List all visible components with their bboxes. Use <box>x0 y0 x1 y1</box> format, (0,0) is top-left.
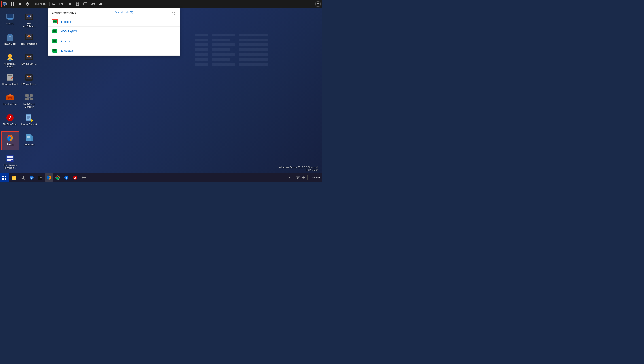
os-version-label: Windows Server 2012 R2 Standard <box>279 166 318 168</box>
svg-rect-14 <box>239 34 268 36</box>
toolbar-separator-2 <box>50 2 50 6</box>
vm-name-iis-ugstack[interactable]: iis-ugstack <box>60 49 74 52</box>
svg-rect-30 <box>54 3 54 4</box>
desktop-icon-names-csv[interactable]: names.csv <box>20 131 38 150</box>
svg-rect-91 <box>30 98 33 100</box>
vm-item-iis-ugstack[interactable]: iis-ugstack <box>48 46 180 56</box>
desktop-icon-ibm-infosphere-4[interactable]: IBM InfoSpher... <box>20 71 38 90</box>
vm-switcher-button[interactable] <box>1 1 8 7</box>
taskbar-notify-arrow[interactable]: ▲ <box>287 175 292 180</box>
taskbar-time-display[interactable]: 10:44 AM <box>310 176 320 179</box>
hosts-shortcut-label: hosts - Shortcut <box>21 123 37 126</box>
svg-rect-71 <box>9 59 11 61</box>
help-button[interactable]: ? <box>315 1 321 7</box>
firefox-label: Firefox <box>7 143 14 146</box>
ibm-infosphere-1-icon <box>24 13 34 22</box>
desktop-icons-container: This PC IBM InfoSphere... <box>0 8 45 152</box>
svg-rect-122 <box>2 178 4 179</box>
keyboard-button[interactable] <box>51 1 58 7</box>
svg-point-70 <box>8 54 12 58</box>
svg-rect-3 <box>194 48 208 51</box>
vm-name-iis-client[interactable]: iis-client <box>60 20 71 24</box>
vm-name-iis-server[interactable]: iis-server <box>60 39 72 43</box>
desktop-icon-hosts-shortcut[interactable]: hosts - Shortcut <box>20 111 38 130</box>
vm-item-iis-client[interactable]: iis-client <box>48 17 180 27</box>
stop-button[interactable] <box>16 1 24 7</box>
desktop-icon-filezilla-client[interactable]: Z FileZilla Client <box>1 111 19 130</box>
taskbar-icon-chrome[interactable] <box>54 173 62 181</box>
desktop-icon-multi-client-manager[interactable]: Multi-Client Manager <box>20 91 38 110</box>
vm-panel-close-button[interactable]: ✕ <box>172 11 176 15</box>
svg-rect-6 <box>194 63 208 66</box>
taskbar-start-button[interactable] <box>0 173 9 182</box>
desktop-icon-ibm-infosphere-3[interactable]: IBM InfoSpher... <box>20 51 38 70</box>
svg-rect-1 <box>194 39 208 41</box>
filezilla-client-icon: Z <box>6 113 14 122</box>
svg-rect-57 <box>7 14 13 18</box>
desktop-icon-row-6: Z FileZilla Client hosts - Shortcut <box>1 111 44 130</box>
svg-text:e: e <box>31 176 32 179</box>
taskbar-icon-ie[interactable]: e <box>28 173 36 181</box>
desktop-icon-designer-client[interactable]: Designer Client <box>1 71 19 90</box>
taskbar-icon-filezilla[interactable]: Z <box>71 173 79 181</box>
desktop-icon-ibm-glossary[interactable]: IBM Glossary Anywhere ... <box>1 152 19 171</box>
vm-icon-green-inner-server <box>52 39 57 43</box>
tools-button[interactable] <box>66 1 74 7</box>
svg-rect-87 <box>9 98 11 99</box>
svg-rect-13 <box>212 63 235 66</box>
svg-rect-35 <box>77 2 78 3</box>
desktop-icon-firefox[interactable]: Firefox <box>1 131 19 150</box>
display-button[interactable] <box>82 1 89 7</box>
names-csv-label: names.csv <box>24 143 34 146</box>
vm-item-hdp-bigsql[interactable]: HDP-BigSQL <box>48 27 180 36</box>
svg-rect-17 <box>239 48 268 51</box>
taskbar-icon-search[interactable] <box>19 173 27 181</box>
desktop-icon-ibm-infosphere-2[interactable]: IBM InfoSphere ... <box>20 31 38 50</box>
vm-icon-inner <box>53 20 57 23</box>
taskbar-icon-cmd[interactable]: C:\ <box>36 173 44 181</box>
svg-rect-32 <box>53 4 55 5</box>
taskbar-time: 10:44 AM <box>310 176 320 179</box>
clipboard-button[interactable] <box>74 1 81 7</box>
taskbar-icon-files[interactable] <box>10 173 18 181</box>
desktop-icon-director-client[interactable]: Director Client <box>1 91 19 110</box>
svg-rect-45 <box>100 3 100 5</box>
ibm-infosphere-4-label: IBM InfoSpher... <box>21 83 37 86</box>
taskbar-icon-ie2[interactable]: e <box>62 173 70 181</box>
power-button[interactable] <box>24 1 31 7</box>
vm-view-all-link[interactable]: View all VMs (4) <box>114 11 133 14</box>
svg-rect-28 <box>52 3 56 5</box>
vm-item-iis-server[interactable]: iis-server <box>48 36 180 46</box>
desktop-icon-administrator-client[interactable]: Administra... Client <box>1 51 19 70</box>
svg-rect-4 <box>194 53 208 56</box>
top-toolbar: Ctrl-Alt-Del EN <box>0 0 322 8</box>
taskbar-right: ▲ 10:44 AM <box>285 175 322 180</box>
vm-name-hdp-bigsql[interactable]: HDP-BigSQL <box>60 30 78 33</box>
stats-button[interactable] <box>97 1 104 7</box>
desktop-icon-recycle-bin[interactable]: Recycle Bin <box>1 31 19 50</box>
taskbar-network-icon[interactable] <box>296 175 300 180</box>
glossary-icon-container: IBM Glossary Anywhere ... <box>1 152 19 171</box>
svg-rect-59 <box>8 20 12 20</box>
ctrl-alt-del-button[interactable]: Ctrl-Alt-Del <box>34 1 48 7</box>
desktop-icon-ibm-infosphere-1[interactable]: IBM InfoSphere... <box>20 10 38 29</box>
svg-text:Z: Z <box>8 115 12 120</box>
display2-button[interactable] <box>89 1 96 7</box>
svg-rect-121 <box>5 175 6 177</box>
ibm-infosphere-2-icon <box>24 33 34 42</box>
language-button[interactable]: EN <box>58 1 64 7</box>
vm-panel-title: Environment VMs <box>52 11 76 14</box>
desktop-icon-row-3: Administra... Client IBM InfoSpher... <box>1 51 44 70</box>
desktop-icon-this-pc[interactable]: This PC <box>1 10 19 29</box>
svg-rect-124 <box>12 176 16 179</box>
svg-rect-5 <box>194 58 208 61</box>
director-client-icon <box>6 93 14 102</box>
svg-rect-20 <box>239 63 268 66</box>
pause-button[interactable] <box>9 1 16 7</box>
svg-rect-120 <box>2 175 4 177</box>
ibm-glossary-icon <box>6 154 14 163</box>
svg-point-83 <box>28 76 30 77</box>
taskbar-icon-settings[interactable] <box>80 173 88 181</box>
taskbar-icon-firefox[interactable] <box>45 173 53 181</box>
taskbar-volume-icon[interactable] <box>301 175 306 180</box>
